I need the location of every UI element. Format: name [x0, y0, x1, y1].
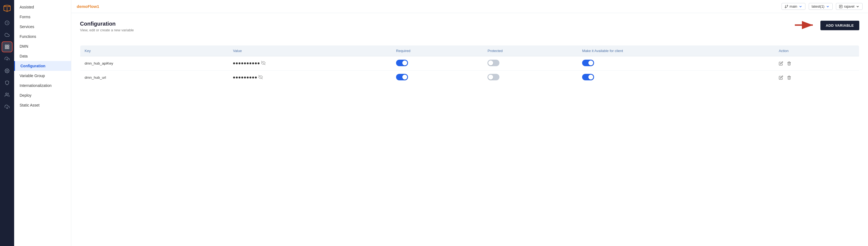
nav-item-dmn[interactable]: DMN [14, 42, 71, 51]
sidebar-icon-home[interactable] [2, 18, 12, 28]
col-available-client: Make it Available for client [578, 46, 774, 56]
required-toggle[interactable] [396, 74, 408, 80]
nav-item-forms[interactable]: Forms [14, 12, 71, 22]
nav-item-data[interactable]: Data [14, 51, 71, 61]
svg-rect-2 [8, 45, 9, 46]
available-client-cell[interactable] [578, 56, 774, 71]
nav-item-configuration[interactable]: Configuration [14, 61, 71, 71]
nav-item-functions[interactable]: Functions [14, 32, 71, 42]
action-cell [774, 71, 859, 85]
svg-point-13 [785, 7, 786, 8]
value-cell [229, 71, 392, 85]
available-client-cell[interactable] [578, 71, 774, 85]
svg-point-6 [6, 70, 8, 72]
version-label: latest(1) [812, 4, 825, 8]
page-subtitle: View, edit or create a new variable [80, 28, 134, 32]
app-name: demoFlow1 [77, 4, 99, 9]
page-title: Configuration [80, 21, 134, 27]
protected-toggle[interactable] [488, 74, 499, 80]
col-value: Value [229, 46, 392, 56]
value-cell [229, 56, 392, 71]
password-mask [233, 77, 257, 79]
sidebar-icon-download[interactable] [2, 101, 12, 112]
svg-point-12 [787, 5, 788, 6]
key-cell: dmn_hub_apiKey [80, 56, 229, 71]
add-variable-button[interactable]: ADD VARIABLE [820, 21, 859, 30]
svg-rect-3 [5, 47, 6, 49]
header-right-controls: main latest(1) rajavel [781, 3, 863, 10]
page-header: Configuration View, edit or create a new… [80, 21, 134, 39]
icon-sidebar [0, 0, 14, 246]
branch-selector[interactable]: main [781, 3, 805, 10]
svg-rect-1 [5, 45, 6, 46]
table-row: dmn_hub_apiKey [80, 56, 859, 71]
required-cell[interactable] [392, 71, 483, 85]
toggle-visibility-icon[interactable] [258, 75, 263, 80]
sidebar-icon-upload[interactable] [2, 53, 12, 64]
delete-icon[interactable] [787, 61, 791, 66]
sidebar-icon-users[interactable] [2, 89, 12, 100]
table-header: Key Value Required Protected Make it Ava… [80, 46, 859, 56]
nav-item-static-asset[interactable]: Static Asset [14, 100, 71, 110]
col-action: Action [774, 46, 859, 56]
toggle-visibility-icon[interactable] [261, 61, 266, 66]
sidebar-icon-grid[interactable] [2, 42, 12, 52]
col-required: Required [392, 46, 483, 56]
user-selector[interactable]: rajavel [836, 3, 863, 10]
sidebar-icon-cloud[interactable] [2, 29, 12, 40]
nav-item-assisted[interactable]: Assisted [14, 2, 71, 12]
col-protected: Protected [483, 46, 578, 56]
available-client-toggle[interactable] [582, 60, 594, 66]
col-key: Key [80, 46, 229, 56]
content-area: Configuration View, edit or create a new… [71, 13, 868, 246]
table-row: dmn_hub_url [80, 71, 859, 85]
nav-sidebar: Assisted Forms Services Functions DMN Da… [14, 0, 71, 246]
sidebar-icon-shield[interactable] [2, 77, 12, 88]
branch-label: main [790, 4, 797, 8]
nav-item-services[interactable]: Services [14, 22, 71, 32]
config-table: Key Value Required Protected Make it Ava… [80, 45, 859, 85]
protected-cell[interactable] [483, 71, 578, 85]
main-content: demoFlow1 main latest(1) [71, 0, 868, 246]
nav-item-variable-group[interactable]: Variable Group [14, 71, 71, 81]
edit-icon[interactable] [779, 76, 783, 80]
user-label: rajavel [844, 4, 855, 8]
delete-icon[interactable] [787, 76, 791, 80]
version-selector[interactable]: latest(1) [809, 3, 833, 10]
app-logo[interactable] [2, 3, 12, 13]
required-cell[interactable] [392, 56, 483, 71]
svg-point-7 [6, 93, 7, 94]
available-client-toggle[interactable] [582, 74, 594, 80]
sidebar-icon-settings[interactable] [2, 65, 12, 76]
top-header: demoFlow1 main latest(1) [71, 0, 868, 13]
nav-item-internationalization[interactable]: Internationalization [14, 81, 71, 90]
protected-toggle[interactable] [488, 60, 499, 66]
required-toggle[interactable] [396, 60, 408, 66]
key-cell: dmn_hub_url [80, 71, 229, 85]
protected-cell[interactable] [483, 56, 578, 71]
nav-item-deploy[interactable]: Deploy [14, 90, 71, 100]
action-cell [774, 56, 859, 71]
edit-icon[interactable] [779, 61, 783, 66]
table-body: dmn_hub_apiKey [80, 56, 859, 85]
svg-rect-4 [8, 47, 9, 49]
arrow-indicator [794, 21, 816, 30]
password-mask [233, 62, 259, 64]
